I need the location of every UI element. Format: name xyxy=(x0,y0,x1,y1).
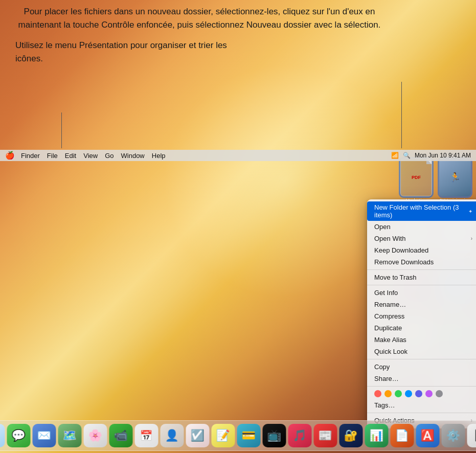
tag-red[interactable] xyxy=(374,390,381,397)
callout-line-right xyxy=(401,82,402,148)
menu-item-new-folder[interactable]: New Folder with Selection (3 items) ✦ xyxy=(367,201,476,221)
menubar-right: 📶 🔍 Mon Jun 10 9:41 AM xyxy=(391,152,471,159)
menu-item-duplicate[interactable]: Duplicate xyxy=(367,322,476,334)
menu-item-compress[interactable]: Compress xyxy=(367,310,476,322)
menubar-finder[interactable]: Finder xyxy=(21,152,40,160)
dock-facetime[interactable]: 📹 xyxy=(109,424,132,447)
menu-label-open-with: Open With xyxy=(374,235,405,242)
dock-1password[interactable]: 🔐 xyxy=(339,424,362,447)
tag-gray[interactable] xyxy=(436,390,443,397)
menu-divider-5 xyxy=(367,413,476,413)
tag-orange[interactable] xyxy=(384,390,392,397)
menu-label-keep-downloaded: Keep Downloaded xyxy=(374,246,428,254)
open-with-chevron-icon: › xyxy=(471,236,472,241)
menu-item-quick-look[interactable]: Quick Look xyxy=(367,346,476,357)
menu-label-get-info: Get Info xyxy=(374,289,398,297)
menubar-file[interactable]: File xyxy=(47,152,58,160)
menu-item-open[interactable]: Open xyxy=(367,221,476,233)
menu-item-share[interactable]: Share… xyxy=(367,373,476,384)
menu-label-rename: Rename… xyxy=(374,301,406,308)
menu-item-copy[interactable]: Copy xyxy=(367,361,476,373)
menu-label-duplicate: Duplicate xyxy=(374,324,402,332)
menu-divider-2 xyxy=(367,285,476,285)
menu-label-copy: Copy xyxy=(374,363,390,371)
menu-item-remove-downloads[interactable]: Remove Downloads xyxy=(367,256,476,268)
annotation-text-1: Pour placer les fichiers dans un nouveau… xyxy=(15,5,383,31)
dock-mail[interactable]: ✉️ xyxy=(32,424,56,447)
menu-divider-3 xyxy=(367,359,476,359)
menubar: 🍎 Finder File Edit View Go Window Help 📶… xyxy=(0,150,476,161)
dock-numbers[interactable]: 📊 xyxy=(365,424,388,447)
menu-item-open-with[interactable]: Open With › xyxy=(367,233,476,244)
dock-calendar[interactable]: 📅 xyxy=(134,424,158,447)
menubar-view[interactable]: View xyxy=(83,152,98,160)
tag-blue[interactable] xyxy=(405,390,412,397)
dock-iphone[interactable]: 📱 xyxy=(467,424,476,447)
dock-contacts[interactable]: 👤 xyxy=(160,424,184,447)
dock-maps[interactable]: 🗺️ xyxy=(58,424,81,447)
menu-tags-row xyxy=(367,388,476,399)
menu-item-make-alias[interactable]: Make Alias xyxy=(367,334,476,346)
menubar-window[interactable]: Window xyxy=(121,152,145,160)
menu-label-move-to-trash: Move to Trash xyxy=(374,274,416,281)
menu-item-get-info[interactable]: Get Info xyxy=(367,287,476,299)
dock: 🔵 ⠿ 🧭 💬 ✉️ 🗺️ 🌸 📹 📅 👤 ☑️ 📝 💳 📺 🎵 📰 xyxy=(0,420,476,451)
tag-green[interactable] xyxy=(395,390,402,397)
menu-item-tags[interactable]: Tags… xyxy=(367,399,476,411)
callout-line-left xyxy=(61,112,62,148)
menu-item-keep-downloaded[interactable]: Keep Downloaded xyxy=(367,244,476,256)
menu-label-make-alias: Make Alias xyxy=(374,336,406,344)
annotation-area: Pour placer les fichiers dans un nouveau… xyxy=(0,0,399,70)
tag-indigo[interactable] xyxy=(415,390,422,397)
dock-safari[interactable]: 🧭 xyxy=(0,424,5,447)
menu-label-quick-look: Quick Look xyxy=(374,348,407,355)
menu-item-move-to-trash[interactable]: Move to Trash xyxy=(367,271,476,283)
menu-label-tags: Tags… xyxy=(374,401,395,409)
5k-training-thumb: 🏃 xyxy=(439,158,471,196)
menubar-edit[interactable]: Edit xyxy=(65,152,76,160)
menu-label-remove-downloads: Remove Downloads xyxy=(374,258,434,266)
dock-notes[interactable]: 📝 xyxy=(211,424,235,447)
dock-news[interactable]: 📰 xyxy=(313,424,337,447)
wifi-icon: 📶 xyxy=(391,152,399,159)
context-menu: New Folder with Selection (3 items) ✦ Op… xyxy=(367,199,476,428)
menu-item-rename[interactable]: Rename… xyxy=(367,299,476,310)
menubar-help[interactable]: Help xyxy=(152,152,166,160)
menubar-go[interactable]: Go xyxy=(105,152,114,160)
menu-divider-4 xyxy=(367,386,476,387)
menu-label-share: Share… xyxy=(374,375,399,382)
dock-messages[interactable]: 💬 xyxy=(7,424,30,447)
menu-label-compress: Compress xyxy=(374,312,404,320)
dock-settings[interactable]: ⚙️ xyxy=(441,424,465,447)
clock: Mon Jun 10 9:41 AM xyxy=(415,152,471,159)
menu-divider-1 xyxy=(367,269,476,270)
dock-appletv[interactable]: 📺 xyxy=(262,424,286,447)
dock-photos[interactable]: 🌸 xyxy=(83,424,107,447)
dock-music[interactable]: 🎵 xyxy=(288,424,311,447)
menu-label-open: Open xyxy=(374,223,391,231)
search-icon[interactable]: 🔍 xyxy=(403,152,411,159)
menu-label-new-folder: New Folder with Selection (3 items) xyxy=(374,203,468,219)
annotation-text-2: Utilisez le menu Présentation pour organ… xyxy=(15,39,230,65)
apple-menu[interactable]: 🍎 xyxy=(5,151,15,160)
new-folder-icon: ✦ xyxy=(468,209,472,214)
dock-pages[interactable]: 📄 xyxy=(390,424,414,447)
dock-reminders[interactable]: ☑️ xyxy=(186,424,209,447)
tag-purple[interactable] xyxy=(425,390,433,397)
dock-wallet[interactable]: 💳 xyxy=(237,424,260,447)
marketing-plan-thumb: PDF xyxy=(400,158,432,196)
dock-appstore[interactable]: 🅰️ xyxy=(416,424,439,447)
